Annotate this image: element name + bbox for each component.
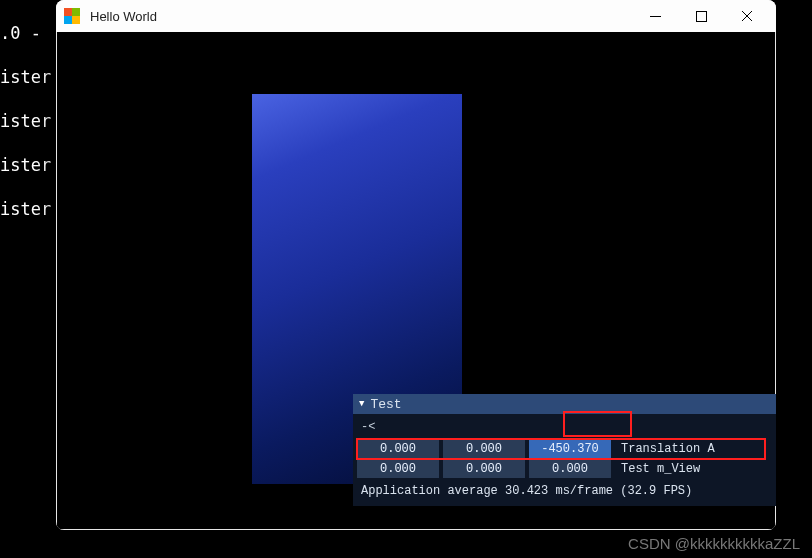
maximize-button[interactable]	[678, 0, 724, 32]
close-icon	[741, 10, 753, 22]
close-button[interactable]	[724, 0, 770, 32]
imgui-title: Test	[370, 397, 401, 412]
drag-x[interactable]: 0.000	[357, 440, 439, 458]
collapse-triangle-icon[interactable]: ▼	[359, 399, 364, 409]
opengl-viewport: ▼ Test -< 0.000 0.000 -450.370 Translati…	[56, 32, 776, 530]
imgui-titlebar[interactable]: ▼ Test	[353, 394, 776, 414]
imgui-stats: Application average 30.423 ms/frame (32.…	[357, 480, 772, 500]
imgui-raw-row: -<	[357, 418, 772, 438]
drag-x[interactable]: 0.000	[357, 460, 439, 478]
maximize-icon	[696, 11, 707, 22]
watermark: CSDN @kkkkkkkkkkaZZL	[628, 535, 800, 552]
terminal-line: ister	[0, 66, 51, 88]
app-icon	[64, 8, 80, 24]
minimize-button[interactable]	[632, 0, 678, 32]
terminal-line: .0 -	[0, 22, 51, 44]
minimize-icon	[650, 11, 661, 22]
row-label: Test m_View	[621, 462, 700, 476]
dragfloat3-translation-a: 0.000 0.000 -450.370 Translation A	[357, 440, 772, 458]
imgui-panel[interactable]: ▼ Test -< 0.000 0.000 -450.370 Translati…	[353, 394, 776, 506]
terminal-line: ister	[0, 198, 51, 220]
terminal-line: ister	[0, 110, 51, 132]
drag-z[interactable]: 0.000	[529, 460, 611, 478]
row-label: Translation A	[621, 442, 715, 456]
terminal-line: ister	[0, 154, 51, 176]
titlebar[interactable]: Hello World	[56, 0, 776, 32]
drag-y[interactable]: 0.000	[443, 460, 525, 478]
terminal-background: .0 - ister ister ister ister	[0, 0, 51, 242]
window-title: Hello World	[90, 9, 157, 24]
dragfloat3-test-mview: 0.000 0.000 0.000 Test m_View	[357, 460, 772, 478]
drag-y[interactable]: 0.000	[443, 440, 525, 458]
svg-rect-1	[696, 11, 706, 21]
imgui-body: -< 0.000 0.000 -450.370 Translation A 0.…	[353, 414, 776, 506]
app-window: Hello World ▼ Test -< 0.000 0.000 -4	[56, 0, 776, 530]
drag-z[interactable]: -450.370	[529, 440, 611, 458]
